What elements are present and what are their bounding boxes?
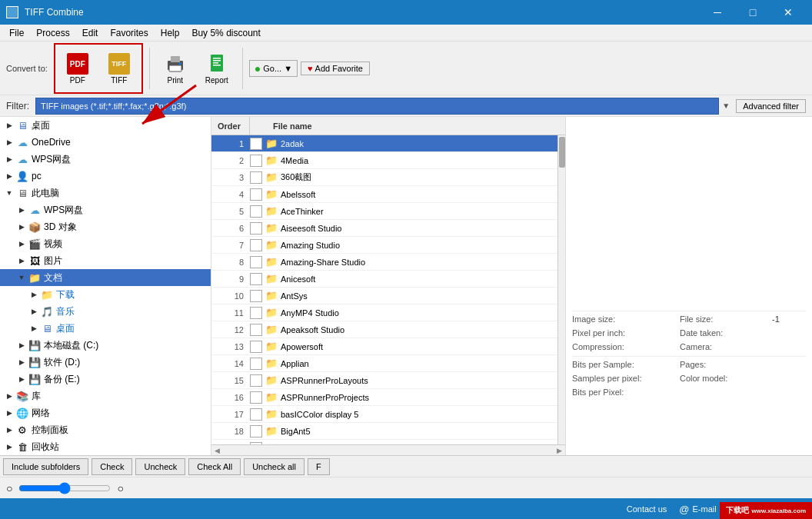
expand-icon[interactable]: ▶ (28, 305, 40, 318)
file-checkbox[interactable] (250, 256, 262, 268)
tree-item-onedrive[interactable]: ▶ ☁ OneDrive (0, 134, 211, 151)
file-checkbox[interactable] (250, 290, 262, 302)
include-subfolders-button[interactable]: Include subfolders (3, 458, 88, 475)
expand-icon[interactable]: ▶ (3, 390, 15, 402)
check-all-button[interactable]: Check All (188, 458, 241, 475)
advanced-filter-button[interactable]: Advanced filter (736, 99, 806, 113)
file-row[interactable]: 2 📁 4Media (211, 152, 557, 169)
menu-edit[interactable]: Edit (76, 26, 105, 40)
file-row[interactable]: 12 📁 Apeaksoft Studio (211, 321, 557, 338)
uncheck-all-button[interactable]: Uncheck all (244, 458, 304, 475)
uncheck-button[interactable]: Uncheck (135, 458, 185, 475)
tree-item-desktop[interactable]: ▶ 🖥 桌面 (0, 117, 211, 134)
tree-item-video[interactable]: ▶ 🎬 视频 (0, 235, 211, 252)
email-link[interactable]: @ E-mail (679, 504, 716, 515)
expand-icon[interactable]: ▶ (3, 170, 15, 182)
expand-icon[interactable]: ▶ (28, 288, 40, 301)
scroll-thumb[interactable] (559, 137, 565, 168)
file-checkbox[interactable] (250, 188, 262, 201)
file-checkbox[interactable] (250, 205, 262, 218)
tree-item-recycle[interactable]: ▶ 🗑 回收站 (0, 438, 211, 455)
expand-icon[interactable]: ▼ (15, 271, 28, 284)
expand-icon[interactable]: ▶ (15, 356, 28, 368)
file-checkbox[interactable] (250, 239, 262, 251)
expand-icon[interactable]: ▶ (28, 322, 40, 334)
tree-item-drive-d[interactable]: ▶ 💾 软件 (D:) (0, 354, 211, 371)
file-row[interactable]: 13 📁 Apowersoft (211, 338, 557, 355)
zoom-plus-button[interactable]: ○ (117, 482, 123, 494)
tree-item-documents[interactable]: ▼ 📁 文档 (0, 269, 211, 286)
tree-item-control-panel[interactable]: ▶ ⚙ 控制面板 (0, 421, 211, 438)
expand-icon[interactable]: ▶ (3, 441, 15, 453)
zoom-slider[interactable] (18, 482, 111, 494)
menu-file[interactable]: File (3, 26, 30, 40)
file-row[interactable]: 10 📁 AntSys (211, 288, 557, 304)
tree-item-3d[interactable]: ▶ 📦 3D 对象 (0, 218, 211, 235)
tree-item-drive-e[interactable]: ▶ 💾 备份 (E:) (0, 371, 211, 388)
menu-discount[interactable]: Buy 5% discount (185, 26, 266, 40)
file-scrollbar-v[interactable] (557, 135, 565, 444)
file-row[interactable]: 1 📁 2adak (211, 135, 557, 152)
menu-process[interactable]: Process (30, 26, 75, 40)
expand-icon[interactable]: ▶ (3, 407, 15, 419)
maximize-button[interactable]: □ (735, 0, 770, 25)
file-row[interactable]: 5 📁 AceThinker (211, 203, 557, 220)
file-checkbox[interactable] (250, 138, 262, 150)
tree-item-pc[interactable]: ▶ 👤 pc (0, 168, 211, 185)
file-checkbox[interactable] (250, 222, 262, 235)
file-row[interactable]: 7 📁 Amazing Studio (211, 237, 557, 254)
file-checkbox[interactable] (250, 391, 262, 404)
f-button[interactable]: F (308, 458, 330, 475)
file-checkbox[interactable] (250, 408, 262, 421)
expand-icon[interactable]: ▶ (15, 339, 28, 351)
tree-item-wps-cloud[interactable]: ▶ ☁ WPS网盘 (0, 151, 211, 168)
tree-item-desktop2[interactable]: ▶ 🖥 桌面 (0, 320, 211, 337)
add-favorite-button[interactable]: ♥ Add Favorite (301, 62, 370, 75)
file-checkbox[interactable] (250, 307, 262, 319)
file-checkbox[interactable] (250, 324, 262, 336)
zoom-minus-button[interactable]: ○ (6, 482, 12, 494)
file-checkbox[interactable] (250, 273, 262, 285)
expand-icon[interactable]: ▶ (15, 204, 28, 216)
file-row[interactable]: 11 📁 AnyMP4 Studio (211, 304, 557, 321)
file-row[interactable]: 15 📁 ASPRunnerProLayouts (211, 372, 557, 389)
tree-item-computer[interactable]: ▼ 🖥 此电脑 (0, 185, 211, 201)
expand-icon[interactable]: ▶ (15, 255, 28, 267)
expand-icon[interactable]: ▶ (15, 373, 28, 385)
file-checkbox[interactable] (250, 155, 262, 167)
check-button[interactable]: Check (92, 458, 132, 475)
file-row[interactable]: 18 📁 BigAnt5 (211, 423, 557, 440)
file-row[interactable]: 4 📁 Abelssoft (211, 186, 557, 203)
file-row[interactable]: 17 📁 basICColor display 5 (211, 406, 557, 423)
print-button[interactable]: Print (156, 48, 195, 89)
minimize-button[interactable]: ─ (700, 0, 735, 25)
file-row[interactable]: 14 📁 Applian (211, 355, 557, 372)
file-row[interactable]: 3 📁 360截图 (211, 169, 557, 186)
file-row[interactable]: 8 📁 Amazing-Share Studio (211, 254, 557, 271)
tree-item-music[interactable]: ▶ 🎵 音乐 (0, 303, 211, 320)
menu-help[interactable]: Help (155, 26, 186, 40)
expand-icon[interactable]: ▶ (3, 136, 15, 148)
pdf-button[interactable]: PDF PDF (58, 48, 97, 89)
menu-favorites[interactable]: Favorites (104, 26, 154, 40)
expand-icon[interactable]: ▶ (15, 238, 28, 250)
tree-item-downloads[interactable]: ▶ 📁 下载 (0, 286, 211, 303)
tree-item-network[interactable]: ▶ 🌐 网络 (0, 404, 211, 421)
contact-us-link[interactable]: Contact us (627, 504, 667, 514)
close-button[interactable]: ✕ (770, 0, 806, 25)
tree-item-pictures[interactable]: ▶ 🖼 图片 (0, 252, 211, 269)
file-checkbox[interactable] (250, 374, 262, 387)
expand-icon[interactable]: ▶ (3, 119, 15, 131)
filter-select[interactable]: TIFF images (*.tif;*.tiff;*.fax;*.g3n;*.… (35, 98, 719, 115)
tree-item-drive-c[interactable]: ▶ 💾 本地磁盘 (C:) (0, 337, 211, 354)
file-checkbox[interactable] (250, 425, 262, 437)
expand-icon[interactable]: ▶ (15, 221, 28, 233)
file-row[interactable]: 9 📁 Anicesoft (211, 271, 557, 288)
go-button[interactable]: ● Go... ▼ (249, 60, 298, 77)
expand-icon[interactable]: ▶ (3, 424, 15, 436)
expand-icon[interactable]: ▼ (3, 187, 15, 199)
file-checkbox[interactable] (250, 171, 262, 184)
file-checkbox[interactable] (250, 341, 262, 353)
file-row[interactable]: 6 📁 Aiseesoft Studio (211, 220, 557, 237)
filter-dropdown-arrow[interactable]: ▼ (722, 101, 730, 110)
